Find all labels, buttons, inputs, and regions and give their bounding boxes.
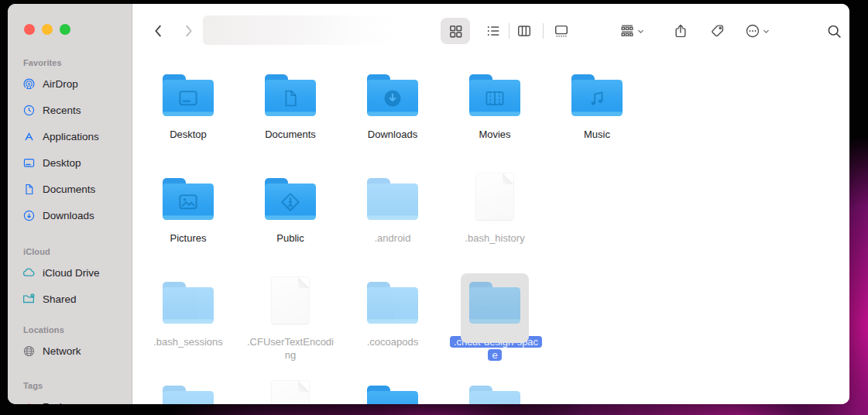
- sidebar-section-locations: Locations: [8, 322, 132, 338]
- sidebar-item-label: Shared: [43, 293, 77, 305]
- sidebar-item-label: AirDrop: [43, 78, 78, 90]
- appstore-icon: [19, 130, 38, 143]
- grid-item-hidden-file[interactable]: [244, 382, 337, 404]
- minimize-button[interactable]: [42, 24, 53, 35]
- grid-item-movies[interactable]: Movies: [448, 71, 541, 175]
- forward-button[interactable]: [176, 18, 201, 44]
- grid-row: .bash_sessions .CFUserTextEncoding .coco…: [142, 279, 643, 382]
- folder-icon: [163, 386, 214, 404]
- finder-window: Favorites AirDrop Recents Applications D…: [8, 4, 849, 404]
- item-label: Movies: [450, 128, 540, 141]
- bank-glyph: [469, 391, 520, 404]
- sidebar-item-label: Desktop: [43, 157, 81, 169]
- grid-row: [142, 382, 643, 404]
- group-button[interactable]: [614, 18, 650, 44]
- list-view-button[interactable]: [481, 18, 506, 44]
- grid-item-folder[interactable]: [346, 382, 439, 404]
- zoom-button[interactable]: [60, 24, 70, 35]
- sidebar-item-downloads[interactable]: Downloads: [8, 202, 132, 228]
- sidebar-item-label: Red: [43, 401, 62, 405]
- chevron-right-icon: [180, 22, 197, 39]
- grid-item-bash-sessions[interactable]: .bash_sessions: [142, 279, 235, 382]
- folder-icon: [367, 178, 418, 220]
- item-label: Pictures: [143, 232, 233, 245]
- document-glyph: [265, 80, 316, 116]
- grid-item-pictures[interactable]: Pictures: [142, 175, 235, 279]
- toolbar-divider: [509, 23, 509, 39]
- chevron-down-icon: [762, 27, 770, 36]
- search-button[interactable]: [822, 18, 846, 44]
- folder-icon: [163, 74, 214, 116]
- item-label: .cocoapods: [348, 335, 437, 348]
- tag-button[interactable]: [705, 18, 730, 44]
- back-button[interactable]: [146, 18, 171, 44]
- music-note-glyph: [571, 80, 623, 116]
- globe-icon: [19, 345, 38, 358]
- share-icon: [673, 23, 688, 39]
- folder-icon: [469, 282, 520, 324]
- grid-item-documents[interactable]: Documents: [244, 71, 337, 175]
- item-label: .bash_history: [450, 232, 540, 245]
- icon-view-button[interactable]: [441, 18, 470, 44]
- folder-icon: [469, 386, 520, 404]
- sidebar-item-airdrop[interactable]: AirDrop: [8, 70, 132, 97]
- item-label: Documents: [245, 128, 335, 141]
- sidebar-item-label: iCloud Drive: [43, 267, 100, 279]
- grid-icon: [448, 24, 463, 39]
- close-button[interactable]: [24, 24, 35, 35]
- grid-item-music[interactable]: Music: [551, 71, 643, 175]
- sidebar-item-label: Applications: [43, 131, 99, 142]
- film-glyph: [469, 80, 520, 116]
- folder-icon: [367, 386, 418, 404]
- folder-icon: [571, 74, 623, 116]
- share-button[interactable]: [668, 18, 693, 44]
- download-glyph: [367, 80, 418, 116]
- grid-item-cfusertextencoding[interactable]: .CFUserTextEncoding: [244, 279, 337, 382]
- sidebar-section-icloud: iCloud: [8, 244, 132, 259]
- file-icon: [272, 381, 309, 404]
- red-tag-icon: [19, 400, 38, 405]
- item-label: Desktop: [143, 128, 233, 141]
- item-label: .bash_sessions: [143, 335, 233, 348]
- gallery-view-button[interactable]: [549, 18, 574, 44]
- group-icon: [619, 23, 635, 39]
- item-label: Music: [552, 128, 642, 141]
- sidebar-item-documents[interactable]: Documents: [8, 176, 132, 202]
- pedestrian-glyph: [265, 183, 316, 220]
- sidebar-section-favorites: Favorites: [8, 55, 132, 70]
- window-glyph: [163, 80, 214, 116]
- columns-icon: [516, 23, 532, 39]
- more-button[interactable]: [739, 18, 775, 44]
- grid-item-cricut-design-space-selected[interactable]: .cricut-design-space: [448, 279, 541, 382]
- grid-item-hidden-folder[interactable]: [142, 382, 235, 404]
- sidebar-item-shared[interactable]: Shared: [8, 286, 132, 312]
- sidebar-item-label: Recents: [43, 105, 81, 116]
- sidebar-item-desktop[interactable]: Desktop: [8, 149, 132, 176]
- column-view-button[interactable]: [512, 18, 537, 44]
- item-label: .CFUserTextEncoding: [245, 335, 335, 362]
- grid-item-bash-history[interactable]: .bash_history: [448, 175, 541, 279]
- sidebar-item-applications[interactable]: Applications: [8, 123, 132, 149]
- airdrop-icon: [19, 77, 38, 91]
- sidebar-item-label: Downloads: [43, 210, 94, 221]
- folder-icon: [163, 178, 214, 220]
- grid-row: Pictures Public .android .bash_history: [142, 175, 643, 279]
- grid-item-desktop[interactable]: Desktop: [142, 71, 235, 175]
- folder-icon: [265, 178, 316, 220]
- item-label: .android: [348, 232, 437, 245]
- grid-item-hidden-folder[interactable]: [448, 382, 541, 404]
- sidebar-item-icloud-drive[interactable]: iCloud Drive: [8, 259, 132, 286]
- grid-item-cocoapods[interactable]: .cocoapods: [346, 279, 439, 382]
- list-icon: [485, 23, 501, 39]
- grid-item-public[interactable]: Public: [244, 175, 337, 279]
- grid-item-android[interactable]: .android: [346, 175, 439, 279]
- download-circle-icon: [19, 209, 38, 222]
- sidebar-item-recents[interactable]: Recents: [8, 97, 132, 123]
- sidebar-item-network[interactable]: Network: [8, 338, 132, 364]
- sidebar-item-tag-red[interactable]: Red: [8, 393, 132, 404]
- file-icon: [272, 277, 309, 324]
- photo-glyph: [163, 183, 214, 220]
- sidebar-section-tags: Tags: [8, 378, 132, 393]
- grid-item-downloads[interactable]: Downloads: [346, 71, 439, 175]
- folder-icon: [469, 74, 520, 116]
